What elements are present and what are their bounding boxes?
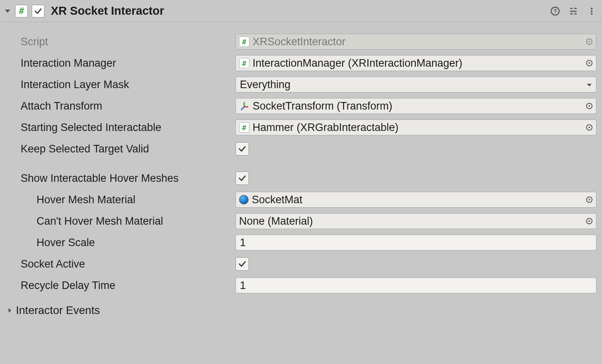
- recycle-delay-value: 1: [240, 279, 246, 292]
- script-type-icon: #: [239, 58, 249, 68]
- transform-icon: [239, 101, 249, 111]
- svg-rect-6: [574, 13, 577, 14]
- component-enable-checkbox[interactable]: [32, 5, 44, 17]
- object-picker-icon[interactable]: [585, 123, 594, 132]
- script-value: XRSocketInteractor: [253, 36, 593, 48]
- material-icon: [239, 195, 249, 204]
- attach-transform-value: SocketTransform (Transform): [253, 100, 593, 112]
- starting-selected-field[interactable]: # Hammer (XRGrabInteractable): [235, 119, 596, 135]
- script-type-icon: #: [239, 122, 249, 133]
- svg-point-22: [588, 199, 590, 200]
- starting-selected-value: Hammer (XRGrabInteractable): [253, 121, 593, 134]
- properties-panel: Script # XRSocketInteractor Interaction …: [0, 22, 602, 322]
- svg-line-16: [241, 107, 244, 110]
- interactor-events-row[interactable]: Interactor Events: [6, 296, 596, 317]
- svg-rect-2: [570, 8, 573, 9]
- hover-mesh-material-row: Hover Mesh Material SocketMat: [21, 189, 596, 210]
- socket-active-row: Socket Active: [21, 253, 596, 275]
- svg-point-11: [588, 41, 590, 42]
- foldout-arrow-right-icon: [6, 307, 14, 314]
- svg-text:?: ?: [553, 8, 557, 14]
- interaction-manager-row: Interaction Manager # InteractionManager…: [21, 52, 596, 74]
- hover-mesh-material-value: SocketMat: [252, 194, 593, 206]
- interaction-manager-label: Interaction Manager: [21, 57, 235, 69]
- script-label: Script: [21, 36, 235, 48]
- hover-scale-value: 1: [240, 237, 246, 249]
- starting-selected-row: Starting Selected Interactable # Hammer …: [21, 117, 596, 138]
- script-type-icon: #: [239, 37, 249, 47]
- attach-transform-field[interactable]: SocketTransform (Transform): [235, 98, 596, 114]
- object-picker-icon[interactable]: [585, 195, 594, 204]
- interaction-layer-mask-label: Interaction Layer Mask: [21, 79, 235, 91]
- script-field: # XRSocketInteractor: [235, 34, 596, 50]
- hover-mesh-material-label: Hover Mesh Material: [21, 194, 235, 206]
- svg-point-8: [591, 10, 593, 12]
- foldout-arrow-icon[interactable]: [4, 8, 11, 15]
- show-hover-meshes-checkbox[interactable]: [235, 171, 249, 185]
- attach-transform-label: Attach Transform: [21, 100, 235, 112]
- object-picker-icon: [585, 37, 594, 46]
- interaction-layer-mask-dropdown[interactable]: Everything: [235, 77, 596, 92]
- svg-point-20: [588, 127, 590, 128]
- help-icon[interactable]: ?: [550, 6, 560, 16]
- svg-rect-4: [570, 11, 577, 12]
- interaction-layer-mask-value: Everything: [240, 79, 592, 91]
- keep-selected-valid-label: Keep Selected Target Valid: [21, 143, 235, 155]
- menu-icon[interactable]: [587, 6, 596, 16]
- svg-point-13: [588, 62, 590, 64]
- interaction-manager-value: InteractionManager (XRInteractionManager…: [253, 57, 593, 69]
- hover-scale-row: Hover Scale 1: [21, 232, 596, 253]
- recycle-delay-label: Recycle Delay Time: [21, 279, 235, 292]
- object-picker-icon[interactable]: [585, 59, 594, 67]
- preset-icon[interactable]: [569, 6, 578, 16]
- socket-active-checkbox[interactable]: [235, 257, 249, 271]
- component-title: XR Socket Interactor: [51, 4, 546, 17]
- object-picker-icon[interactable]: [585, 217, 594, 225]
- interactor-events-label: Interactor Events: [16, 304, 100, 317]
- keep-selected-valid-row: Keep Selected Target Valid: [21, 138, 596, 160]
- starting-selected-label: Starting Selected Interactable: [21, 121, 235, 134]
- cant-hover-material-field[interactable]: None (Material): [235, 213, 596, 229]
- svg-point-24: [588, 220, 590, 222]
- interaction-manager-field[interactable]: # InteractionManager (XRInteractionManag…: [235, 55, 596, 71]
- hover-scale-input[interactable]: 1: [235, 235, 596, 250]
- svg-rect-3: [574, 8, 577, 9]
- recycle-delay-input[interactable]: 1: [235, 277, 596, 293]
- hover-mesh-material-field[interactable]: SocketMat: [235, 192, 596, 208]
- attach-transform-row: Attach Transform SocketTransform (Transf…: [21, 95, 596, 117]
- svg-point-7: [591, 8, 593, 10]
- cant-hover-material-row: Can't Hover Mesh Material None (Material…: [21, 210, 596, 232]
- socket-active-label: Socket Active: [21, 258, 235, 270]
- script-row: Script # XRSocketInteractor: [21, 31, 596, 52]
- chevron-down-icon: [587, 79, 592, 91]
- svg-point-9: [591, 13, 593, 15]
- svg-point-18: [588, 105, 590, 107]
- keep-selected-valid-checkbox[interactable]: [235, 142, 249, 156]
- script-icon: #: [15, 5, 28, 17]
- hover-scale-label: Hover Scale: [21, 237, 235, 249]
- show-hover-meshes-label: Show Interactable Hover Meshes: [21, 172, 235, 185]
- svg-rect-5: [570, 13, 573, 14]
- cant-hover-material-value: None (Material): [239, 215, 593, 227]
- recycle-delay-row: Recycle Delay Time 1: [21, 275, 596, 296]
- component-header: # XR Socket Interactor ?: [0, 0, 602, 22]
- object-picker-icon[interactable]: [585, 102, 594, 110]
- cant-hover-material-label: Can't Hover Mesh Material: [21, 215, 235, 227]
- interaction-layer-mask-row: Interaction Layer Mask Everything: [21, 74, 596, 95]
- show-hover-meshes-row: Show Interactable Hover Meshes: [21, 168, 596, 189]
